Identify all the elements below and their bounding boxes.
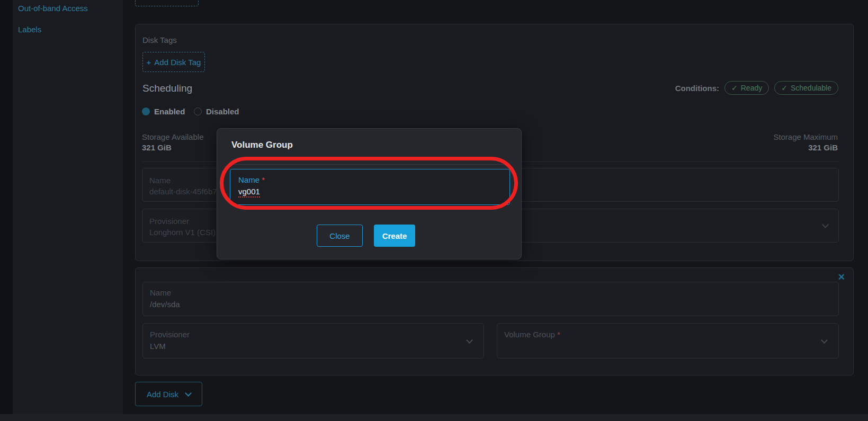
sidebar-item-out-of-band-access[interactable]: Out-of-band Access [18,4,88,13]
storage-maximum-value: 321 GiB [773,143,838,152]
add-disk-tag-label: Add Disk Tag [154,58,201,67]
chevron-down-icon [466,337,473,344]
volume-group-label: Volume Group * [504,330,560,339]
status-badge-schedulable: ✓ Schedulable [774,81,838,95]
add-disk-button[interactable]: Add Disk [135,382,202,406]
sidebar-item-labels[interactable]: Labels [18,25,41,34]
name-value: default-disk-45f6b7 [149,187,217,196]
conditions-label: Conditions: [675,84,719,93]
disk-tags-label: Disk Tags [142,35,177,44]
lvm-disk-panel: ✕ Name /dev/sda Provisioner LVM Volume G… [135,267,854,375]
storage-available: Storage Available 321 GiB [142,132,203,152]
provisioner-select[interactable]: Provisioner LVM [142,323,484,359]
chevron-down-icon [185,390,192,397]
device-name-input[interactable]: Name /dev/sda [142,282,839,316]
close-icon[interactable]: ✕ [838,273,845,282]
name-value: vg001 [238,187,260,196]
badge-schedulable-label: Schedulable [791,84,831,92]
divider [230,164,508,165]
truncated-add-button[interactable] [135,0,199,6]
name-label: Name [149,176,171,185]
provisioner-label: Provisioner [149,217,189,226]
name-label-text: Name [238,175,259,184]
storage-available-label: Storage Available [142,132,203,141]
storage-available-value: 321 GiB [142,143,203,152]
radio-disabled-label: Disabled [206,107,239,116]
storage-maximum-label: Storage Maximum [773,132,838,141]
modal-title: Volume Group [231,140,293,150]
radio-enabled[interactable]: Enabled [142,107,185,116]
radio-disabled[interactable]: Disabled [194,107,239,116]
radio-selected-icon [142,108,150,115]
plus-icon: + [147,58,151,67]
status-badge-ready: ✓ Ready [724,81,769,95]
required-asterisk: * [557,330,560,339]
spellcheck-underlined-text: vg001 [238,187,260,198]
badge-ready-label: Ready [741,84,762,92]
sidebar: Out-of-band Access Labels [13,0,123,414]
provisioner-label: Provisioner [150,330,190,339]
radio-enabled-label: Enabled [154,107,185,116]
add-disk-label: Add Disk [147,390,178,399]
check-icon: ✓ [781,84,788,92]
close-button[interactable]: Close [317,225,363,247]
conditions-row: Conditions: ✓ Ready ✓ Schedulable [675,81,838,95]
provisioner-value: Longhorn V1 (CSI) [149,228,216,237]
volume-group-name-input[interactable]: Name * vg001 [230,169,510,205]
create-button[interactable]: Create [374,225,415,247]
volume-group-label-text: Volume Group [504,330,555,339]
storage-maximum: Storage Maximum 321 GiB [773,132,838,152]
scheduling-heading: Scheduling [142,83,192,94]
radio-unselected-icon [194,108,202,115]
add-disk-tag-button[interactable]: + Add Disk Tag [142,52,205,72]
page-footer-strip [0,414,868,421]
volume-group-modal: Volume Group Name * vg001 Close Create [217,128,522,259]
name-value: /dev/sda [150,300,180,309]
required-asterisk: * [262,175,265,184]
check-icon: ✓ [731,84,738,92]
volume-group-select[interactable]: Volume Group * [497,323,839,359]
name-label: Name [150,288,171,297]
chevron-down-icon [821,337,828,344]
chevron-down-icon [822,221,829,228]
name-label: Name * [238,175,265,184]
left-nav-rail [0,0,13,421]
provisioner-value: LVM [150,342,166,351]
